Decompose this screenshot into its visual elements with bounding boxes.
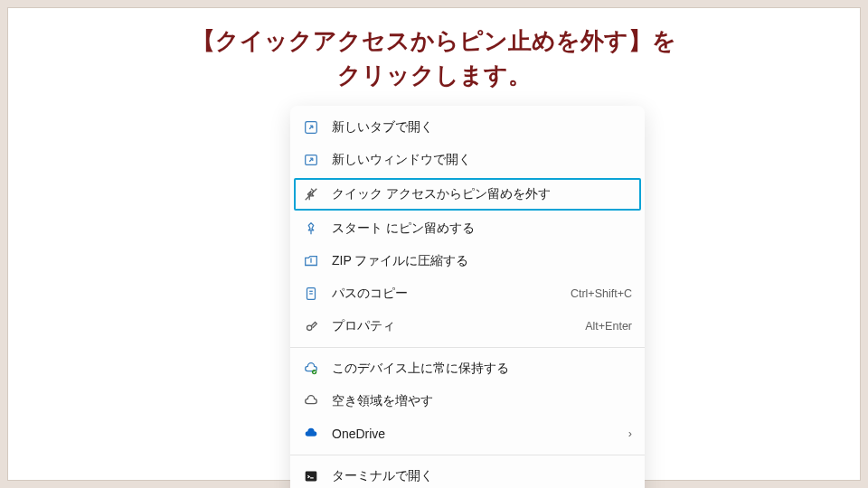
menu-item-copy-path[interactable]: パスのコピー Ctrl+Shift+C — [290, 277, 645, 310]
unpin-icon — [303, 186, 319, 202]
menu-item-terminal[interactable]: ターミナルで開く — [290, 460, 645, 488]
menu-item-onedrive[interactable]: OneDrive › — [290, 418, 645, 450]
zip-icon — [303, 253, 319, 269]
menu-label: このデバイス上に常に保持する — [332, 361, 632, 377]
menu-separator — [290, 455, 645, 455]
new-tab-icon — [303, 119, 319, 136]
menu-item-unpin-quick-access[interactable]: クイック アクセスからピン留めを外す — [294, 178, 641, 211]
menu-label: パスのコピー — [332, 286, 547, 302]
menu-item-new-window[interactable]: 新しいウィンドウで開く — [290, 144, 645, 176]
menu-item-new-tab[interactable]: 新しいタブで開く — [290, 111, 645, 144]
menu-label: ターミナルで開く — [332, 468, 632, 484]
menu-label: プロパティ — [332, 318, 561, 334]
free-space-icon — [303, 393, 319, 409]
terminal-icon — [303, 468, 319, 484]
menu-shortcut: Ctrl+Shift+C — [571, 287, 632, 300]
menu-shortcut: Alt+Enter — [585, 320, 632, 333]
title-line-2: クリックします。 — [337, 61, 532, 89]
menu-label: 新しいウィンドウで開く — [332, 152, 632, 168]
menu-label: クイック アクセスからピン留めを外す — [332, 186, 632, 202]
context-menu: 新しいタブで開く 新しいウィンドウで開く クイック アクセスからピン留めを外す … — [290, 106, 645, 488]
page-title: 【クイックアクセスからピン止めを外す】を クリックします。 — [8, 8, 860, 92]
new-window-icon — [303, 152, 319, 168]
menu-item-keep-on-device[interactable]: このデバイス上に常に保持する — [290, 352, 645, 385]
menu-label: 新しいタブで開く — [332, 119, 632, 136]
menu-label: 空き領域を増やす — [332, 393, 632, 409]
svg-line-2 — [306, 189, 317, 201]
menu-item-properties[interactable]: プロパティ Alt+Enter — [290, 310, 645, 343]
menu-label: ZIP ファイルに圧縮する — [332, 253, 632, 269]
menu-separator — [290, 347, 645, 348]
chevron-right-icon: › — [628, 427, 632, 440]
menu-item-pin-start[interactable]: スタート にピン留めする — [290, 212, 645, 245]
cloud-keep-icon — [303, 361, 319, 377]
copy-path-icon — [303, 286, 319, 302]
title-line-1: 【クイックアクセスからピン止めを外す】を — [192, 27, 676, 54]
svg-rect-9 — [306, 472, 317, 482]
properties-icon — [303, 318, 319, 334]
menu-item-free-space[interactable]: 空き領域を増やす — [290, 385, 645, 418]
menu-label: スタート にピン留めする — [332, 221, 632, 237]
menu-item-zip[interactable]: ZIP ファイルに圧縮する — [290, 245, 645, 277]
onedrive-icon — [303, 426, 319, 442]
pin-icon — [303, 221, 319, 237]
menu-label: OneDrive — [332, 427, 605, 441]
